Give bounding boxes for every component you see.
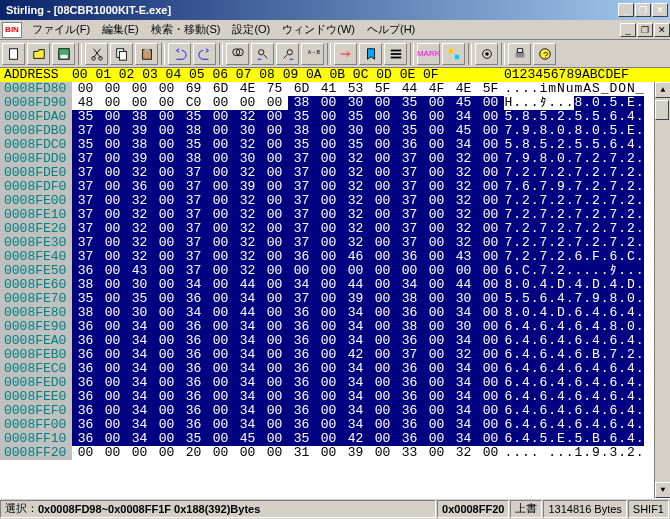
- ascii-byte[interactable]: 6: [574, 348, 583, 362]
- ascii-byte[interactable]: 6: [504, 334, 513, 348]
- ascii-byte[interactable]: .: [565, 194, 574, 208]
- ascii-byte[interactable]: .: [522, 96, 531, 110]
- ascii-byte[interactable]: 7: [504, 124, 513, 138]
- ascii-byte[interactable]: .: [583, 404, 592, 418]
- hex-byte[interactable]: 44: [396, 82, 423, 96]
- hex-byte[interactable]: 00: [423, 446, 450, 460]
- hex-byte[interactable]: 00: [261, 166, 288, 180]
- ascii-byte[interactable]: 6: [609, 334, 618, 348]
- hex-byte[interactable]: 00: [450, 264, 477, 278]
- hex-byte[interactable]: 32: [126, 194, 153, 208]
- ascii-byte[interactable]: .: [530, 404, 539, 418]
- hex-byte[interactable]: 37: [72, 236, 99, 250]
- ascii-byte[interactable]: 2: [522, 222, 531, 236]
- ascii-byte[interactable]: 3: [609, 446, 618, 460]
- ascii-byte[interactable]: .: [635, 264, 644, 278]
- hex-byte[interactable]: 37: [180, 180, 207, 194]
- ascii-byte[interactable]: .: [618, 404, 627, 418]
- hex-byte[interactable]: 44: [234, 306, 261, 320]
- ascii-byte[interactable]: .: [530, 348, 539, 362]
- hex-byte[interactable]: 34: [180, 278, 207, 292]
- hex-byte[interactable]: 32: [342, 236, 369, 250]
- ascii-byte[interactable]: .: [565, 278, 574, 292]
- ascii-byte[interactable]: .: [548, 180, 557, 194]
- hex-row[interactable]: 0008FE3037003200370032003700320037003200…: [0, 236, 670, 250]
- ascii-byte[interactable]: 7: [504, 194, 513, 208]
- hex-byte[interactable]: 00: [369, 404, 396, 418]
- hex-byte[interactable]: 32: [126, 208, 153, 222]
- ascii-byte[interactable]: .: [635, 96, 644, 110]
- ascii-byte[interactable]: .: [583, 320, 592, 334]
- ascii-byte[interactable]: .: [635, 152, 644, 166]
- hex-byte[interactable]: 00: [369, 166, 396, 180]
- ascii-byte[interactable]: 6: [609, 138, 618, 152]
- ascii-byte[interactable]: [539, 446, 548, 460]
- hex-byte[interactable]: 00: [207, 222, 234, 236]
- hex-byte[interactable]: 00: [315, 292, 342, 306]
- hex-byte[interactable]: 36: [288, 418, 315, 432]
- hex-byte[interactable]: 00: [477, 446, 504, 460]
- hex-byte[interactable]: 32: [234, 250, 261, 264]
- hex-byte[interactable]: 32: [450, 152, 477, 166]
- ascii-byte[interactable]: D: [557, 306, 566, 320]
- ascii-byte[interactable]: .: [548, 96, 557, 110]
- hex-byte[interactable]: 32: [234, 194, 261, 208]
- hex-byte[interactable]: 00: [369, 208, 396, 222]
- ascii-byte[interactable]: 9: [592, 446, 601, 460]
- hex-byte[interactable]: 32: [450, 194, 477, 208]
- ascii-byte[interactable]: .: [522, 82, 531, 96]
- ascii-byte[interactable]: 7: [574, 292, 583, 306]
- hex-byte[interactable]: 34: [234, 376, 261, 390]
- hex-byte[interactable]: 35: [396, 96, 423, 110]
- ascii-byte[interactable]: .: [600, 124, 609, 138]
- ascii-byte[interactable]: 8: [504, 306, 513, 320]
- ascii-byte[interactable]: .: [635, 320, 644, 334]
- ascii-byte[interactable]: .: [627, 264, 636, 278]
- hex-byte[interactable]: 00: [153, 390, 180, 404]
- hex-byte[interactable]: 34: [342, 306, 369, 320]
- hex-byte[interactable]: 44: [234, 278, 261, 292]
- hex-byte[interactable]: 00: [261, 250, 288, 264]
- hex-byte[interactable]: C0: [180, 96, 207, 110]
- ascii-byte[interactable]: 4: [592, 418, 601, 432]
- ascii-byte[interactable]: .: [565, 222, 574, 236]
- ascii-byte[interactable]: 4: [522, 334, 531, 348]
- hex-byte[interactable]: 00: [99, 306, 126, 320]
- hex-byte[interactable]: 00: [315, 166, 342, 180]
- ascii-byte[interactable]: .: [513, 208, 522, 222]
- ascii-byte[interactable]: .: [635, 166, 644, 180]
- hex-byte[interactable]: 00: [315, 152, 342, 166]
- hex-byte[interactable]: 35: [180, 110, 207, 124]
- ascii-byte[interactable]: 2: [592, 222, 601, 236]
- hex-byte[interactable]: 36: [180, 376, 207, 390]
- hex-byte[interactable]: 34: [234, 292, 261, 306]
- hex-byte[interactable]: 00: [153, 96, 180, 110]
- ascii-byte[interactable]: .: [513, 418, 522, 432]
- hex-byte[interactable]: 36: [396, 390, 423, 404]
- ascii-byte[interactable]: 2: [627, 180, 636, 194]
- hex-byte[interactable]: 00: [99, 418, 126, 432]
- hex-byte[interactable]: 00: [369, 334, 396, 348]
- hex-byte[interactable]: 00: [207, 236, 234, 250]
- ascii-byte[interactable]: 8: [539, 152, 548, 166]
- ascii-byte[interactable]: E: [557, 432, 566, 446]
- menu-item[interactable]: 編集(E): [96, 20, 145, 39]
- hex-byte[interactable]: 00: [477, 194, 504, 208]
- ascii-byte[interactable]: .: [513, 82, 522, 96]
- hex-byte[interactable]: 00: [315, 362, 342, 376]
- hex-byte[interactable]: 00: [315, 390, 342, 404]
- hex-byte[interactable]: 00: [423, 96, 450, 110]
- hex-byte[interactable]: 00: [423, 292, 450, 306]
- ascii-byte[interactable]: .: [530, 82, 539, 96]
- hex-byte[interactable]: 00: [477, 292, 504, 306]
- ascii-byte[interactable]: .: [513, 362, 522, 376]
- ascii-byte[interactable]: .: [600, 418, 609, 432]
- ascii-byte[interactable]: 2: [557, 222, 566, 236]
- ascii-byte[interactable]: C: [627, 250, 636, 264]
- minimize-button[interactable]: _: [618, 3, 634, 17]
- hex-byte[interactable]: 00: [207, 292, 234, 306]
- ascii-byte[interactable]: .: [530, 376, 539, 390]
- hex-byte[interactable]: 34: [450, 306, 477, 320]
- hex-byte[interactable]: 46: [342, 250, 369, 264]
- hex-byte[interactable]: 00: [207, 194, 234, 208]
